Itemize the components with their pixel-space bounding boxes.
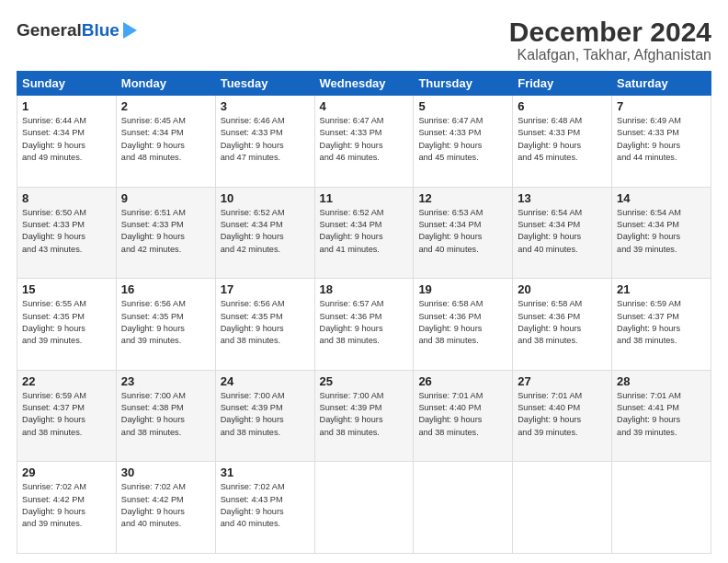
day-number: 30 [121,465,210,479]
table-row: 7Sunrise: 6:49 AMSunset: 4:33 PMDaylight… [612,96,711,188]
col-tuesday: Tuesday [215,72,314,96]
col-thursday: Thursday [414,72,513,96]
table-row: 30Sunrise: 7:02 AMSunset: 4:42 PMDayligh… [116,462,215,554]
day-info: Sunrise: 6:56 AMSunset: 4:35 PMDaylight:… [221,298,310,347]
day-number: 2 [121,99,210,113]
calendar-title: December 2024 [509,17,711,47]
logo-general: General [17,20,82,40]
table-row [513,462,612,554]
day-number: 13 [518,191,607,205]
day-number: 3 [221,99,310,113]
day-number: 28 [617,374,706,388]
day-info: Sunrise: 6:54 AMSunset: 4:34 PMDaylight:… [617,207,706,256]
day-info: Sunrise: 7:00 AMSunset: 4:39 PMDaylight:… [221,390,310,439]
day-info: Sunrise: 6:51 AMSunset: 4:33 PMDaylight:… [121,207,210,256]
day-number: 16 [121,282,210,296]
table-row: 26Sunrise: 7:01 AMSunset: 4:40 PMDayligh… [414,370,513,462]
day-info: Sunrise: 6:44 AMSunset: 4:34 PMDaylight:… [22,115,111,164]
day-info: Sunrise: 6:50 AMSunset: 4:33 PMDaylight:… [22,207,111,256]
calendar-subtitle: Kalafgan, Takhar, Afghanistan [509,47,711,63]
day-number: 5 [418,99,507,113]
table-row: 24Sunrise: 7:00 AMSunset: 4:39 PMDayligh… [215,370,314,462]
table-row: 1Sunrise: 6:44 AMSunset: 4:34 PMDaylight… [17,96,117,188]
day-number: 27 [518,374,607,388]
day-info: Sunrise: 7:01 AMSunset: 4:40 PMDaylight:… [518,390,607,439]
col-saturday: Saturday [612,72,711,96]
table-row: 22Sunrise: 6:59 AMSunset: 4:37 PMDayligh… [17,370,117,462]
table-row: 15Sunrise: 6:55 AMSunset: 4:35 PMDayligh… [17,279,117,371]
logo-arrow-icon [123,22,137,39]
day-number: 6 [518,99,607,113]
day-info: Sunrise: 7:02 AMSunset: 4:42 PMDaylight:… [22,481,111,530]
table-row: 12Sunrise: 6:53 AMSunset: 4:34 PMDayligh… [414,187,513,279]
logo: GeneralBlue [17,20,137,40]
col-wednesday: Wednesday [314,72,414,96]
page: GeneralBlue December 2024 Kalafgan, Takh… [0,0,728,563]
table-row: 8Sunrise: 6:50 AMSunset: 4:33 PMDaylight… [17,187,117,279]
table-row: 17Sunrise: 6:56 AMSunset: 4:35 PMDayligh… [215,279,314,371]
day-info: Sunrise: 6:59 AMSunset: 4:37 PMDaylight:… [22,390,111,439]
table-row: 10Sunrise: 6:52 AMSunset: 4:34 PMDayligh… [215,187,314,279]
logo-blue-text: Blue [82,20,119,40]
day-number: 31 [221,465,310,479]
table-row: 16Sunrise: 6:56 AMSunset: 4:35 PMDayligh… [116,279,215,371]
day-info: Sunrise: 6:45 AMSunset: 4:34 PMDaylight:… [121,115,210,164]
table-row: 2Sunrise: 6:45 AMSunset: 4:34 PMDaylight… [116,96,215,188]
day-info: Sunrise: 7:02 AMSunset: 4:43 PMDaylight:… [221,481,310,530]
day-info: Sunrise: 7:00 AMSunset: 4:38 PMDaylight:… [121,390,210,439]
day-info: Sunrise: 6:55 AMSunset: 4:35 PMDaylight:… [22,298,111,347]
calendar-week-row: 15Sunrise: 6:55 AMSunset: 4:35 PMDayligh… [17,279,711,371]
day-info: Sunrise: 6:49 AMSunset: 4:33 PMDaylight:… [617,115,706,164]
day-number: 21 [617,282,706,296]
day-number: 1 [22,99,111,113]
day-info: Sunrise: 6:48 AMSunset: 4:33 PMDaylight:… [518,115,607,164]
day-number: 22 [22,374,111,388]
day-info: Sunrise: 7:01 AMSunset: 4:41 PMDaylight:… [617,390,706,439]
calendar-week-row: 29Sunrise: 7:02 AMSunset: 4:42 PMDayligh… [17,462,711,554]
day-number: 26 [418,374,507,388]
table-row [314,462,414,554]
header: GeneralBlue December 2024 Kalafgan, Takh… [17,17,711,63]
day-number: 20 [518,282,607,296]
col-sunday: Sunday [17,72,117,96]
table-row: 14Sunrise: 6:54 AMSunset: 4:34 PMDayligh… [612,187,711,279]
table-row [414,462,513,554]
day-info: Sunrise: 6:56 AMSunset: 4:35 PMDaylight:… [121,298,210,347]
title-block: December 2024 Kalafgan, Takhar, Afghanis… [509,17,711,63]
day-info: Sunrise: 7:00 AMSunset: 4:39 PMDaylight:… [320,390,409,439]
day-number: 29 [22,465,111,479]
calendar-week-row: 8Sunrise: 6:50 AMSunset: 4:33 PMDaylight… [17,187,711,279]
table-row: 9Sunrise: 6:51 AMSunset: 4:33 PMDaylight… [116,187,215,279]
col-monday: Monday [116,72,215,96]
day-number: 7 [617,99,706,113]
day-info: Sunrise: 6:52 AMSunset: 4:34 PMDaylight:… [320,207,409,256]
day-number: 23 [121,374,210,388]
day-number: 19 [418,282,507,296]
day-info: Sunrise: 6:46 AMSunset: 4:33 PMDaylight:… [221,115,310,164]
calendar-header-row: Sunday Monday Tuesday Wednesday Thursday… [17,72,711,96]
day-info: Sunrise: 7:01 AMSunset: 4:40 PMDaylight:… [418,390,507,439]
table-row: 20Sunrise: 6:58 AMSunset: 4:36 PMDayligh… [513,279,612,371]
day-number: 17 [221,282,310,296]
day-info: Sunrise: 6:54 AMSunset: 4:34 PMDaylight:… [518,207,607,256]
table-row: 6Sunrise: 6:48 AMSunset: 4:33 PMDaylight… [513,96,612,188]
col-friday: Friday [513,72,612,96]
day-info: Sunrise: 6:59 AMSunset: 4:37 PMDaylight:… [617,298,706,347]
day-number: 9 [121,191,210,205]
table-row: 4Sunrise: 6:47 AMSunset: 4:33 PMDaylight… [314,96,414,188]
day-info: Sunrise: 7:02 AMSunset: 4:42 PMDaylight:… [121,481,210,530]
table-row [612,462,711,554]
day-info: Sunrise: 6:58 AMSunset: 4:36 PMDaylight:… [518,298,607,347]
day-info: Sunrise: 6:52 AMSunset: 4:34 PMDaylight:… [221,207,310,256]
table-row: 11Sunrise: 6:52 AMSunset: 4:34 PMDayligh… [314,187,414,279]
table-row: 5Sunrise: 6:47 AMSunset: 4:33 PMDaylight… [414,96,513,188]
day-number: 11 [320,191,409,205]
table-row: 3Sunrise: 6:46 AMSunset: 4:33 PMDaylight… [215,96,314,188]
table-row: 19Sunrise: 6:58 AMSunset: 4:36 PMDayligh… [414,279,513,371]
calendar-week-row: 22Sunrise: 6:59 AMSunset: 4:37 PMDayligh… [17,370,711,462]
day-number: 18 [320,282,409,296]
day-number: 10 [221,191,310,205]
day-number: 12 [418,191,507,205]
table-row: 27Sunrise: 7:01 AMSunset: 4:40 PMDayligh… [513,370,612,462]
day-number: 8 [22,191,111,205]
